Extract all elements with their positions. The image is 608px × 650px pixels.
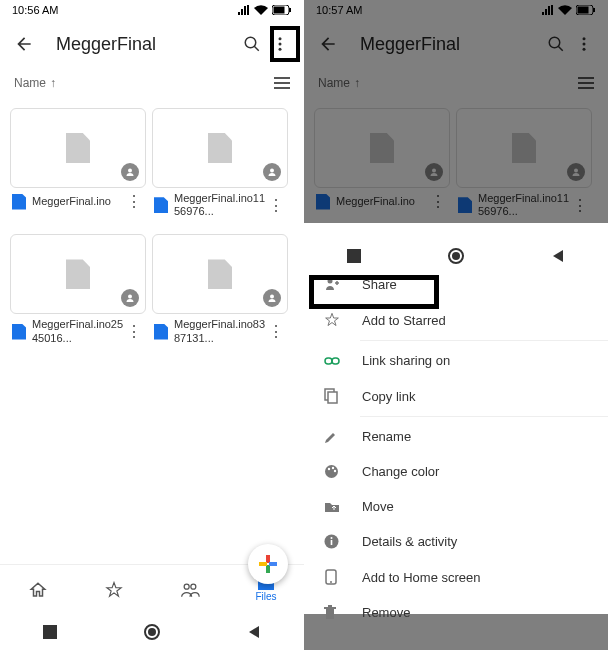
svg-point-11	[128, 169, 132, 173]
rename-icon	[324, 430, 344, 444]
svg-point-14	[270, 295, 274, 299]
menu-label: Change color	[362, 464, 439, 479]
svg-rect-2	[289, 8, 291, 12]
right-phone: 10:57 AM MeggerFinal Name ↑	[304, 0, 608, 650]
file-type-icon	[12, 324, 26, 340]
file-type-icon	[12, 194, 26, 210]
menu-label: Move	[362, 499, 394, 514]
file-more-button[interactable]: ⋮	[266, 196, 286, 215]
menu-label: Link sharing on	[362, 353, 450, 368]
svg-line-4	[254, 46, 259, 51]
svg-point-52	[330, 581, 332, 583]
menu-item-palette[interactable]: Change color	[304, 454, 608, 489]
svg-point-46	[332, 467, 334, 469]
home-button[interactable]	[144, 624, 160, 640]
file-item[interactable]: MeggerFinal.ino8387131... ⋮	[152, 234, 288, 348]
palette-icon	[324, 464, 344, 479]
menu-item-home[interactable]: Add to Home screen	[304, 559, 608, 595]
menu-item-rename[interactable]: Rename	[304, 419, 608, 454]
fab-create-button[interactable]	[248, 544, 288, 584]
tab-starred[interactable]	[76, 565, 152, 614]
move-icon	[324, 501, 344, 513]
divider	[360, 340, 608, 341]
highlight-more-button	[270, 26, 300, 62]
page-title: MeggerFinal	[56, 34, 238, 55]
tab-files-label: Files	[255, 591, 276, 602]
file-thumbnail[interactable]	[152, 108, 288, 188]
info-icon	[324, 534, 344, 549]
sort-arrow-icon[interactable]: ↑	[50, 76, 56, 90]
svg-rect-53	[326, 609, 334, 619]
copy-icon	[324, 388, 344, 404]
file-type-icon	[154, 197, 168, 213]
svg-point-3	[245, 37, 256, 48]
menu-item-move[interactable]: Move	[304, 489, 608, 524]
menu-item-info[interactable]: Details & activity	[304, 524, 608, 559]
file-name: MeggerFinal.ino1156976...	[174, 192, 266, 218]
system-nav	[304, 238, 608, 274]
wifi-icon	[254, 5, 268, 15]
svg-point-58	[452, 252, 460, 260]
file-item[interactable]: MeggerFinal.ino1156976... ⋮	[152, 108, 288, 222]
highlight-share-item	[309, 275, 439, 309]
svg-rect-41	[332, 358, 339, 364]
svg-rect-18	[269, 562, 277, 566]
tab-shared[interactable]	[152, 565, 228, 614]
menu-item-trash[interactable]: Remove	[304, 595, 608, 630]
svg-rect-43	[328, 392, 337, 403]
document-icon	[66, 259, 90, 289]
file-item[interactable]: MeggerFinal.ino2545016... ⋮	[10, 234, 146, 348]
trash-icon	[324, 605, 344, 620]
document-icon	[66, 133, 90, 163]
svg-point-23	[148, 628, 156, 636]
recent-button[interactable]	[43, 625, 57, 639]
svg-rect-15	[266, 555, 270, 563]
home-icon	[324, 569, 344, 585]
back-nav-button[interactable]	[551, 249, 565, 263]
sort-label[interactable]: Name	[14, 76, 46, 90]
svg-rect-40	[325, 358, 332, 364]
view-toggle-button[interactable]	[274, 76, 290, 90]
shared-badge-icon	[121, 163, 139, 181]
svg-point-12	[270, 169, 274, 173]
back-nav-button[interactable]	[247, 625, 261, 639]
tab-home[interactable]	[0, 565, 76, 614]
file-item[interactable]: MeggerFinal.ino ⋮	[10, 108, 146, 222]
svg-point-50	[331, 537, 333, 539]
file-thumbnail[interactable]	[10, 234, 146, 314]
svg-rect-17	[259, 562, 267, 566]
svg-point-47	[334, 470, 336, 472]
battery-icon	[272, 5, 292, 15]
svg-point-20	[191, 584, 196, 589]
menu-item-link[interactable]: Link sharing on	[304, 343, 608, 378]
home-button[interactable]	[448, 248, 464, 264]
star-icon	[324, 312, 344, 328]
menu-label: Remove	[362, 605, 410, 620]
status-bar: 10:56 AM	[0, 0, 304, 20]
left-phone: 10:56 AM MeggerFinal Name ↑	[0, 0, 304, 650]
file-thumbnail[interactable]	[152, 234, 288, 314]
file-name: MeggerFinal.ino	[32, 195, 124, 208]
svg-point-45	[328, 468, 330, 470]
file-type-icon	[154, 324, 168, 340]
svg-rect-21	[43, 625, 57, 639]
shared-badge-icon	[263, 289, 281, 307]
menu-label: Add to Home screen	[362, 570, 481, 585]
sort-bar: Name ↑	[0, 68, 304, 98]
file-thumbnail[interactable]	[10, 108, 146, 188]
menu-item-copy[interactable]: Copy link	[304, 378, 608, 414]
document-icon	[208, 259, 232, 289]
file-more-button[interactable]: ⋮	[124, 192, 144, 211]
back-button[interactable]	[10, 30, 38, 58]
shared-badge-icon	[263, 163, 281, 181]
status-time: 10:56 AM	[12, 4, 58, 16]
file-more-button[interactable]: ⋮	[266, 322, 286, 341]
menu-label: Rename	[362, 429, 411, 444]
file-name: MeggerFinal.ino2545016...	[32, 318, 124, 344]
file-more-button[interactable]: ⋮	[124, 322, 144, 341]
recent-button[interactable]	[347, 249, 361, 263]
svg-rect-54	[324, 607, 336, 609]
search-button[interactable]	[238, 30, 266, 58]
svg-rect-49	[331, 540, 333, 545]
file-grid: MeggerFinal.ino ⋮ MeggerFinal.ino1156976…	[0, 98, 304, 365]
